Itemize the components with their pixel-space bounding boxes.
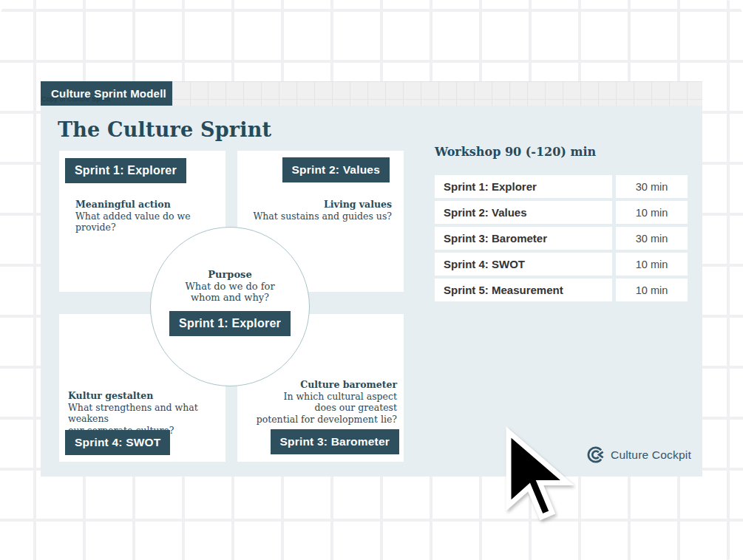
mouse-cursor-icon bbox=[498, 426, 576, 533]
culture-cockpit-logo: Culture Cockpit bbox=[586, 445, 691, 465]
ghost-copy-label: Copy of Culture Sprint bbox=[41, 95, 110, 103]
row-label: Sprint 5: Measurement bbox=[435, 279, 612, 301]
sprint4-badge[interactable]: Sprint 4: SWOT bbox=[65, 430, 170, 455]
sprint4-line: What strengthens and what weakens bbox=[68, 402, 225, 425]
workshop-table: Sprint 1: Explorer 30 min Sprint 2: Valu… bbox=[435, 175, 688, 301]
row-label: Sprint 4: SWOT bbox=[435, 253, 612, 276]
table-row[interactable]: Sprint 4: SWOT 10 min bbox=[435, 253, 688, 276]
sprint2-heading: Living values bbox=[253, 199, 392, 211]
sprint4-description: Kultur gestalten What strengthens and wh… bbox=[68, 390, 225, 436]
table-row[interactable]: Sprint 5: Measurement 10 min bbox=[435, 279, 688, 301]
sprint2-description: Living values What sustains and guides u… bbox=[253, 199, 392, 222]
purpose-badge[interactable]: Sprint 1: Explorer bbox=[169, 311, 291, 336]
logo-text: Culture Cockpit bbox=[611, 448, 691, 462]
purpose-heading: Purpose bbox=[185, 269, 274, 281]
sprint3-description: Culture barometer In which cultural aspe… bbox=[257, 379, 397, 425]
purpose-line: whom and why? bbox=[185, 292, 274, 304]
page-title: The Culture Sprint bbox=[58, 118, 271, 141]
sprint3-line: potential for development lie? bbox=[257, 414, 397, 426]
sprint2-line: What sustains and guides us? bbox=[253, 211, 392, 222]
row-label: Sprint 1: Explorer bbox=[435, 175, 612, 198]
sprint3-heading: Culture barometer bbox=[257, 379, 397, 391]
culture-cockpit-icon bbox=[586, 445, 606, 465]
sprint4-heading: Kultur gestalten bbox=[68, 390, 225, 402]
sprint3-badge[interactable]: Sprint 3: Barometer bbox=[271, 429, 400, 454]
sprint1-description: Meaningful action What added value do we… bbox=[75, 199, 225, 233]
table-row[interactable]: Sprint 2: Values 10 min bbox=[435, 201, 688, 224]
tab-strip-grid bbox=[172, 81, 702, 106]
sprint2-badge[interactable]: Sprint 2: Values bbox=[282, 157, 390, 182]
row-time: 10 min bbox=[616, 279, 688, 301]
row-time: 30 min bbox=[616, 175, 688, 198]
sprint3-line: does our greatest bbox=[257, 402, 397, 414]
row-time: 10 min bbox=[616, 201, 688, 224]
row-label: Sprint 2: Values bbox=[435, 201, 612, 224]
sprint1-heading: Meaningful action bbox=[75, 199, 225, 211]
sprint3-line: In which cultural aspect bbox=[257, 391, 397, 403]
purpose-line: What do we do for bbox=[185, 281, 274, 293]
sprint1-badge[interactable]: Sprint 1: Explorer bbox=[65, 158, 186, 183]
row-label: Sprint 3: Barometer bbox=[435, 227, 612, 250]
sprint1-line: What added value do we provide? bbox=[75, 211, 225, 233]
canvas: Culture Sprint Modell Copy of Culture Sp… bbox=[0, 0, 743, 560]
row-time: 30 min bbox=[616, 227, 688, 250]
workshop-title: Workshop 90 (-120) min bbox=[435, 145, 596, 159]
table-row[interactable]: Sprint 1: Explorer 30 min bbox=[435, 175, 688, 198]
row-time: 10 min bbox=[616, 253, 688, 276]
purpose-circle[interactable]: Purpose What do we do for whom and why? … bbox=[150, 227, 310, 386]
table-row[interactable]: Sprint 3: Barometer 30 min bbox=[435, 227, 688, 250]
purpose-text: Purpose What do we do for whom and why? bbox=[185, 269, 274, 304]
